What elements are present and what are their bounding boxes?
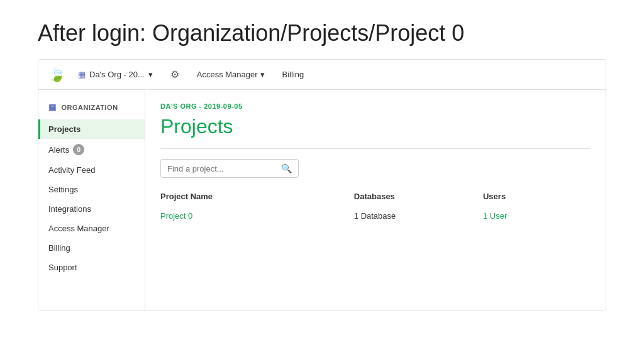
search-icon: 🔍 xyxy=(281,163,292,173)
gear-icon: ⚙ xyxy=(170,69,179,80)
app-logo: 🍃 xyxy=(48,67,65,83)
access-manager-button[interactable]: Access Manager ▾ xyxy=(192,67,270,82)
table-header-row: Project Name Databases Users xyxy=(160,188,591,206)
sidebar-item-settings[interactable]: Settings xyxy=(38,180,145,199)
sidebar-item-alerts[interactable]: Alerts0 xyxy=(38,139,145,160)
page-title: After login: Organization/Projects/Proje… xyxy=(0,0,644,59)
users-cell[interactable]: 1 User xyxy=(483,206,591,226)
sidebar-item-label: Alerts xyxy=(48,145,69,155)
search-input[interactable] xyxy=(167,164,276,173)
content-title: Projects xyxy=(160,115,591,138)
sidebar-section-label: ORGANIZATION xyxy=(62,104,118,111)
app-container: 🍃 ▦ Da's Org - 20... ▾ ⚙ Access Manager … xyxy=(38,59,606,310)
access-manager-dropdown-icon: ▾ xyxy=(260,70,265,79)
sidebar-item-projects[interactable]: Projects xyxy=(38,119,145,139)
search-bar: 🔍 xyxy=(160,159,299,178)
divider xyxy=(160,148,591,149)
access-manager-label: Access Manager xyxy=(197,70,258,79)
sidebar-items-container: ProjectsAlerts0Activity FeedSettingsInte… xyxy=(38,119,145,277)
body-area: ▦ ORGANIZATION ProjectsAlerts0Activity F… xyxy=(38,90,606,310)
sidebar-section-header: ▦ ORGANIZATION xyxy=(38,100,145,119)
org-icon: ▦ xyxy=(78,70,86,79)
table-row: Project 01 Database1 User xyxy=(160,206,591,226)
org-dropdown-icon: ▾ xyxy=(148,70,153,79)
sidebar-item-activity-feed[interactable]: Activity Feed xyxy=(38,160,145,180)
settings-gear-button[interactable]: ⚙ xyxy=(165,66,184,83)
sidebar: ▦ ORGANIZATION ProjectsAlerts0Activity F… xyxy=(38,90,145,310)
projects-table-body: Project 01 Database1 User xyxy=(160,206,591,226)
col-header-project: Project Name xyxy=(160,188,354,206)
sidebar-item-support[interactable]: Support xyxy=(38,258,145,277)
sidebar-item-label: Settings xyxy=(48,185,78,194)
sidebar-item-badge: 0 xyxy=(73,144,84,155)
databases-cell: 1 Database xyxy=(354,206,483,226)
sidebar-item-label: Integrations xyxy=(48,204,91,214)
sidebar-item-access-manager[interactable]: Access Manager xyxy=(38,219,145,238)
sidebar-item-label: Billing xyxy=(48,243,70,253)
col-header-databases: Databases xyxy=(354,188,483,206)
sidebar-item-label: Access Manager xyxy=(48,224,109,233)
sidebar-item-label: Projects xyxy=(48,124,80,134)
top-nav: 🍃 ▦ Da's Org - 20... ▾ ⚙ Access Manager … xyxy=(38,60,606,90)
main-content: DA'S ORG - 2019-09-05 Projects 🔍 Project… xyxy=(145,90,606,310)
sidebar-item-label: Support xyxy=(48,263,77,272)
projects-table: Project Name Databases Users Project 01 … xyxy=(160,188,591,226)
sidebar-item-integrations[interactable]: Integrations xyxy=(38,199,145,219)
sidebar-item-billing[interactable]: Billing xyxy=(38,238,145,258)
sidebar-item-label: Activity Feed xyxy=(48,165,95,175)
billing-nav-button[interactable]: Billing xyxy=(277,67,309,82)
col-header-users: Users xyxy=(483,188,591,206)
billing-nav-label: Billing xyxy=(282,70,304,79)
org-section-icon: ▦ xyxy=(48,102,57,112)
project-name-cell[interactable]: Project 0 xyxy=(160,206,354,226)
org-selector-button[interactable]: ▦ Da's Org - 20... ▾ xyxy=(73,67,158,82)
org-name-label: Da's Org - 20... xyxy=(89,70,145,79)
breadcrumb: DA'S ORG - 2019-09-05 xyxy=(160,102,591,110)
